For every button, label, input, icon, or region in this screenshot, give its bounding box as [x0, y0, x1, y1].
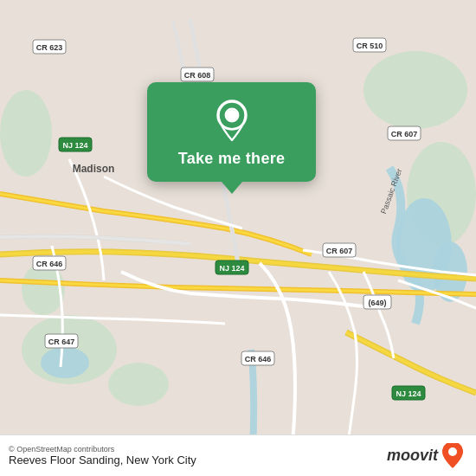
- svg-text:CR 607: CR 607: [391, 130, 418, 138]
- location-name: Reeves Floor Sanding, New York City: [9, 453, 196, 466]
- svg-text:CR 510: CR 510: [357, 42, 383, 50]
- svg-point-9: [41, 347, 89, 378]
- svg-text:(649): (649): [368, 299, 386, 307]
- svg-text:NJ 124: NJ 124: [62, 141, 87, 150]
- moovit-logo: moovit: [387, 443, 464, 469]
- svg-text:CR 608: CR 608: [184, 71, 211, 80]
- svg-text:CR 646: CR 646: [245, 355, 272, 363]
- svg-text:CR 607: CR 607: [326, 247, 353, 255]
- map-container: CR 623 NJ 124 CR 608 CR 510 CR 607 CR 64…: [0, 0, 476, 476]
- svg-text:CR 623: CR 623: [36, 43, 63, 52]
- svg-text:CR 647: CR 647: [48, 338, 75, 346]
- svg-point-39: [448, 447, 457, 456]
- moovit-pin-icon: [441, 443, 464, 469]
- svg-point-5: [0, 90, 52, 177]
- osm-credit: © OpenStreetMap contributors: [9, 445, 196, 453]
- take-me-there-label: Take me there: [178, 150, 286, 168]
- bottom-bar: © OpenStreetMap contributors Reeves Floo…: [0, 434, 476, 476]
- svg-point-1: [363, 51, 467, 129]
- location-pin-icon: [210, 98, 254, 141]
- map-background: CR 623 NJ 124 CR 608 CR 510 CR 607 CR 64…: [0, 0, 476, 476]
- popup-card[interactable]: Take me there: [147, 82, 316, 182]
- svg-point-4: [108, 363, 169, 406]
- svg-text:NJ 124: NJ 124: [219, 264, 244, 273]
- svg-text:Madison: Madison: [73, 163, 115, 175]
- svg-text:CR 646: CR 646: [36, 260, 63, 268]
- moovit-text: moovit: [387, 447, 438, 465]
- bottom-left-info: © OpenStreetMap contributors Reeves Floo…: [9, 445, 196, 466]
- svg-text:NJ 124: NJ 124: [396, 389, 421, 398]
